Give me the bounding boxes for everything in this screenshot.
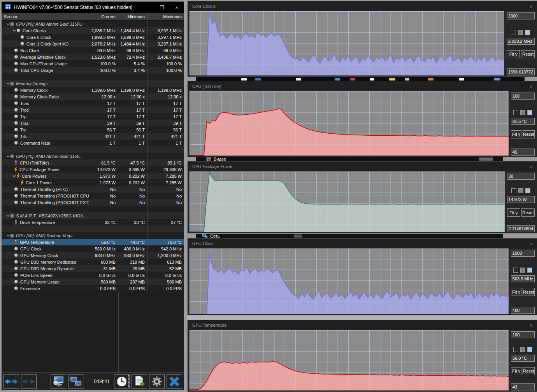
row-gpu-memory-clock[interactable]: GPU Memory Clock933.0 MHz933.0 MHz1,200.… [2, 252, 184, 259]
desktop-item-network[interactable]: Сеть [196, 234, 503, 238]
row-gpu-memory-usage[interactable]: GPU Memory Usage569 MB287 MB580 MB [2, 278, 184, 285]
row-cpu-tctl-tdie[interactable]: CPU (Tctl/Tdie)61.5 °C47.5 °C85.1 °C [2, 159, 184, 166]
row-thermal-throttling-htc[interactable]: Thermal Throttling (HTC)NoNoNo [2, 186, 184, 192]
y-min-input[interactable]: 43 [511, 383, 535, 390]
taskbar-icon-fragment[interactable] [405, 78, 409, 80]
y-min-input[interactable]: 45 [511, 149, 535, 156]
graph-plot-area[interactable] [190, 248, 509, 314]
graph-titlebar[interactable]: Core Clocksx [188, 1, 537, 11]
fit-y-button[interactable]: Fit y [511, 288, 521, 296]
y-min-input[interactable]: 400 [511, 307, 535, 314]
graph-plot-area[interactable] [190, 91, 509, 156]
graph-titlebar[interactable]: GPU Temperaturex [188, 320, 537, 330]
y-max-input[interactable]: 30 [507, 173, 535, 180]
row-drive-temperature[interactable]: Drive Temperature33 °C33 °C37 °C [2, 219, 184, 226]
graph-titlebar[interactable]: CPU Package Powerx [188, 161, 537, 171]
row-trfc[interactable]: Trfc421 T421 T421 T [2, 133, 184, 140]
row-gpu-temperature[interactable]: GPU Temperature56.0 °C44.0 °C70.0 °C [2, 239, 184, 245]
graph-titlebar[interactable]: CPU (Tctl/Tdie)x [188, 81, 537, 91]
row-trp[interactable]: Trp17 T17 T17 T [2, 113, 184, 120]
row-gpu-0-amd-radeon-vega[interactable]: GPU [#0]: AMD Radeon Vega: [2, 232, 184, 239]
row-gpu-clock[interactable]: GPU Clock563.0 MHz400.0 MHz942.0 MHz [2, 245, 184, 252]
expand-chevron[interactable] [5, 215, 10, 217]
expand-chevron[interactable] [5, 155, 10, 158]
maximize-button[interactable]: ❐ [154, 2, 169, 13]
expand-chevron[interactable] [12, 175, 16, 177]
color-swatch-0[interactable] [513, 268, 518, 273]
taskbar-icon-fragment[interactable] [459, 78, 464, 80]
fit-y-button[interactable]: Fit y [507, 50, 520, 58]
y-min-input[interactable]: 1598.613772 [507, 68, 535, 75]
row-gpu-d3d-memory-dynamic[interactable]: GPU D3D Memory Dynamic31 MB26 MB52 MB [2, 265, 184, 272]
graph-close-icon[interactable]: x [530, 4, 533, 9]
fit-y-button[interactable]: Fit y [507, 208, 520, 217]
row-thermal-throttling-prochot-cpu[interactable]: Thermal Throttling (PROCHOT CPU)NoNoNo [2, 192, 184, 199]
color-swatch-2[interactable] [527, 110, 532, 115]
column-header-current[interactable]: Current [89, 13, 118, 20]
graph-plot-area[interactable] [190, 330, 509, 390]
minimize-button[interactable]: — [140, 2, 154, 13]
color-swatch-0[interactable] [511, 30, 516, 35]
y-max-input[interactable]: 3300 [507, 12, 535, 19]
color-swatch-1[interactable] [520, 347, 525, 352]
graph-close-icon[interactable]: x [530, 164, 533, 169]
row-gpu-d3d-memory-dedicated[interactable]: GPU D3D Memory Dedicated603 MB319 MB613 … [2, 259, 184, 265]
row-trc[interactable]: Trc56 T56 T56 T [2, 126, 184, 133]
row-cpu-0-amd-athlon-gold-3150u[interactable]: CPU [#0]: AMD Athlon Gold 3150U [2, 21, 184, 27]
reset-button[interactable]: Reset [521, 50, 535, 58]
column-header-minimum[interactable]: Minimum [118, 13, 147, 20]
taskbar-icon-fragment[interactable] [428, 78, 433, 80]
row-bus-clock[interactable]: Bus Clock99.9 MHz99.9 MHz99.9 MHz [2, 47, 184, 54]
quit-button[interactable] [167, 374, 182, 389]
y-max-input[interactable]: 100 [511, 93, 535, 100]
taskbar-icon-fragment[interactable] [350, 78, 355, 80]
taskbar-icon-fragment[interactable] [335, 78, 340, 80]
expand-chevron[interactable] [5, 234, 10, 237]
window-titlebar[interactable]: HWiNFO64 v7.06-4500 Sensor Status [63 va… [2, 2, 184, 13]
y-max-input[interactable]: 1000 [511, 250, 535, 257]
row-core-clocks[interactable]: Core Clocks2,038.2 MHz1,484.4 MHz3,297.1… [2, 27, 184, 34]
color-swatch-2[interactable] [527, 268, 532, 273]
fit-y-button[interactable]: Fit y [511, 130, 521, 138]
system-summary-button[interactable] [51, 374, 66, 389]
graph-titlebar[interactable]: GPU Clockx [188, 238, 537, 248]
row-tcas[interactable]: Tcas17 T17 T17 T [2, 100, 184, 107]
color-swatch-1[interactable] [520, 110, 525, 115]
expand-columns-button[interactable] [4, 374, 19, 389]
expand-chevron[interactable] [5, 23, 10, 25]
y-min-input[interactable]: 2.114674804 [507, 225, 535, 232]
row-core-1-power[interactable]: Core 1 Power1.973 W0.202 W7.285 W [2, 179, 184, 186]
row-memory-clock-ratio[interactable]: Memory Clock Ratio12.00 x12.00 x12.00 x [2, 93, 184, 100]
row-total-cpu-usage[interactable]: Total CPU Usage100.0 %3.4 %100.0 % [2, 67, 184, 74]
color-swatch-1[interactable] [520, 268, 525, 273]
row-s-m-a-r-t-kbg40znv256g-kiox[interactable]: S.M.A.R.T.: KBG40ZNV256G KIOX... [2, 212, 184, 219]
color-swatch-2[interactable] [525, 188, 530, 193]
color-swatch-1[interactable] [518, 30, 523, 35]
row-framerate[interactable]: Framerate0.0 FPS0.0 FPS0.0 FPS [2, 285, 184, 292]
column-header-sensor[interactable]: Sensor [2, 13, 89, 20]
row-thermal-throttling-prochot-ext[interactable]: Thermal Throttling (PROCHOT EXT)NoNoNo [2, 199, 184, 206]
row-cpu-0-amd-athlon-gold-3150[interactable]: CPU [#0]: AMD Athlon Gold 3150... [2, 153, 184, 159]
reset-button[interactable]: Reset [523, 130, 535, 138]
color-swatch-0[interactable] [511, 188, 516, 193]
taskbar-icon-fragment[interactable] [389, 78, 395, 80]
reset-button[interactable]: Reset [523, 367, 535, 375]
row-core-1-clock-perf-1[interactable]: Core 1 Clock (perf #1)2,078.2 MHz1,484.4… [2, 40, 184, 47]
row-core-0-clock[interactable]: Core 0 Clock1,998.3 MHz1,598.6 MHz3,297.… [2, 34, 184, 40]
y-max-input[interactable]: 100 [511, 331, 535, 338]
remote-monitoring-button[interactable] [68, 374, 84, 389]
row-memory-timings[interactable]: Memory Timings [2, 80, 184, 87]
color-swatch-2[interactable] [525, 30, 530, 35]
graph-close-icon[interactable]: x [530, 84, 533, 89]
row-trcd[interactable]: Trcd17 T17 T17 T [2, 107, 184, 113]
logging-start-button[interactable] [114, 374, 130, 389]
desktop-taskbar-sliver[interactable] [196, 77, 525, 81]
fit-y-button[interactable]: Fit y [511, 367, 521, 375]
taskbar-icon-fragment[interactable] [296, 78, 301, 80]
desktop-sliver[interactable] [187, 315, 537, 320]
row-average-effective-clock[interactable]: Average Effective Clock1,523.6 MHz72.4 M… [2, 54, 184, 60]
taskbar-icon-fragment[interactable] [241, 78, 247, 80]
taskbar-icon-fragment[interactable] [370, 78, 374, 80]
graph-close-icon[interactable]: x [530, 323, 533, 327]
color-swatch-0[interactable] [513, 347, 518, 352]
